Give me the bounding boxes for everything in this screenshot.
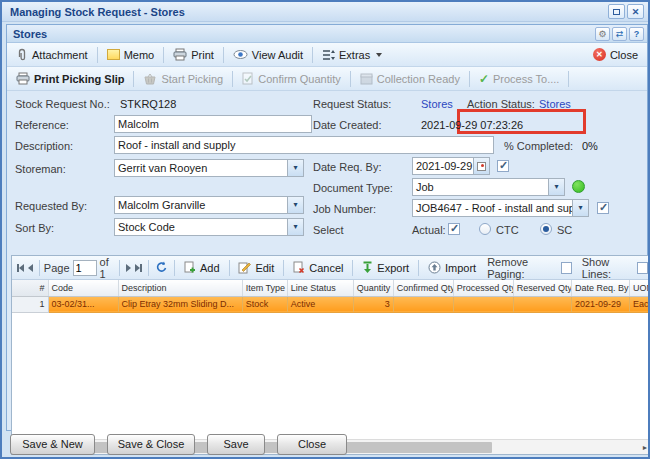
processed-qty-cell[interactable] xyxy=(453,296,513,312)
last-page-button[interactable] xyxy=(133,264,144,272)
storeman-label: Storeman: xyxy=(15,163,66,175)
sync-button[interactable]: ⇄ xyxy=(612,27,627,41)
next-page-button[interactable] xyxy=(124,264,133,272)
code-cell[interactable]: 03-02/31... xyxy=(48,296,118,312)
save-button[interactable]: Save xyxy=(207,434,265,455)
panel-title: Stores xyxy=(13,28,593,40)
show-lines-checkbox[interactable] xyxy=(637,262,648,274)
process-to-button[interactable]: ✓ Process To.... xyxy=(474,70,565,88)
save-and-close-button[interactable]: Save & Close xyxy=(107,434,195,455)
cancel-button[interactable]: Cancel xyxy=(288,259,348,276)
help-button[interactable]: ? xyxy=(629,27,644,41)
window-close-button[interactable]: ✕ xyxy=(627,4,644,19)
close-icon: ✕ xyxy=(632,7,640,17)
lines-table: # Code Description Item Type Line Status… xyxy=(12,280,650,313)
storeman-select[interactable]: Gerrit van Rooyen ▾ xyxy=(114,159,304,177)
actual-checkbox[interactable] xyxy=(448,223,460,235)
export-button[interactable]: Export xyxy=(357,259,414,276)
col-header-item-type[interactable]: Item Type xyxy=(242,280,287,296)
close-button[interactable]: ✕ Close xyxy=(588,46,643,63)
confirm-quantity-button[interactable]: Confirm Quantity xyxy=(237,70,346,87)
remove-paging-checkbox[interactable] xyxy=(561,262,572,274)
reserved-qty-cell[interactable] xyxy=(513,296,571,312)
box-icon xyxy=(360,73,373,85)
start-picking-button[interactable]: Start Picking xyxy=(138,71,228,87)
extras-button[interactable]: Extras xyxy=(317,47,387,63)
action-status-link[interactable]: Stores xyxy=(539,98,571,110)
col-header-code[interactable]: Code xyxy=(48,280,118,296)
window-titlebar[interactable]: Managing Stock Request - Stores ✕ xyxy=(2,2,648,22)
description-input[interactable] xyxy=(114,136,494,154)
request-status-value: Stores xyxy=(421,98,453,110)
prev-page-icon xyxy=(28,264,33,272)
calendar-icon[interactable] xyxy=(473,158,489,174)
chevron-down-icon[interactable]: ▾ xyxy=(287,160,303,176)
help-icon: ? xyxy=(634,29,640,39)
date-req-by-cell[interactable]: 2021-09-29 xyxy=(571,296,629,312)
printer-icon xyxy=(173,48,187,61)
ctc-label: CTC xyxy=(496,224,519,236)
date-req-by-input[interactable]: 2021-09-29 xyxy=(412,157,490,175)
sc-label: SC xyxy=(557,224,572,236)
attachment-button[interactable]: Attachment xyxy=(11,46,93,64)
show-lines-label: Show Lines: xyxy=(582,256,634,280)
chevron-down-icon[interactable]: ▾ xyxy=(572,200,588,216)
maximize-button[interactable] xyxy=(608,4,625,19)
close-button-footer[interactable]: Close xyxy=(277,434,347,455)
chevron-down-icon[interactable]: ▾ xyxy=(548,179,564,195)
import-button[interactable]: Import xyxy=(423,259,481,276)
description-label: Description: xyxy=(15,140,73,152)
confirmed-qty-cell[interactable] xyxy=(393,296,453,312)
requested-by-select[interactable]: Malcolm Granville ▾ xyxy=(114,196,304,214)
col-header-reserved-qty[interactable]: Reserved Qty xyxy=(513,280,571,296)
memo-button[interactable]: Memo xyxy=(102,47,160,63)
page-input[interactable] xyxy=(73,260,97,276)
first-page-button[interactable] xyxy=(15,264,26,272)
extras-list-icon xyxy=(322,49,335,61)
date-req-by-checkbox[interactable] xyxy=(497,160,509,172)
stores-panel: Stores ⚙ ⇄ ? Attachment Memo Print xyxy=(6,24,648,431)
grid-header-row: # Code Description Item Type Line Status… xyxy=(12,280,650,296)
collection-ready-button[interactable]: Collection Ready xyxy=(355,71,465,87)
quantity-cell[interactable]: 3 xyxy=(353,296,393,312)
prev-page-button[interactable] xyxy=(26,264,35,272)
col-header-processed-qty[interactable]: Processed Qty xyxy=(453,280,513,296)
select-label: Select xyxy=(313,224,344,236)
job-number-checkbox[interactable] xyxy=(597,202,609,214)
actual-label: Actual: xyxy=(412,224,446,236)
col-header-description[interactable]: Description xyxy=(118,280,242,296)
ctc-radio[interactable] xyxy=(479,223,491,235)
sort-by-label: Sort By: xyxy=(15,222,54,234)
line-status-cell[interactable]: Active xyxy=(287,296,353,312)
chevron-down-icon[interactable]: ▾ xyxy=(287,197,303,213)
job-number-label: Job Number: xyxy=(313,203,376,215)
view-audit-button[interactable]: View Audit xyxy=(228,47,308,63)
date-created-label: Date Created: xyxy=(313,119,381,131)
reference-input[interactable] xyxy=(114,115,312,133)
request-form: Stock Request No.: STKRQ128 Request Stat… xyxy=(7,92,647,254)
col-header-quantity[interactable]: Quantity xyxy=(353,280,393,296)
job-number-select[interactable]: JOB4647 - Roof - install and supply ▾ xyxy=(412,199,589,217)
uom-cell[interactable]: Each xyxy=(629,296,650,312)
print-picking-slip-button[interactable]: Print Picking Slip xyxy=(11,70,129,87)
sort-by-select[interactable]: Stock Code ▾ xyxy=(114,218,304,236)
chevron-down-icon[interactable]: ▾ xyxy=(287,219,303,235)
sc-radio[interactable] xyxy=(540,223,552,235)
col-header-line-status[interactable]: Line Status xyxy=(287,280,353,296)
item-type-cell[interactable]: Stock xyxy=(242,296,287,312)
col-header-uom[interactable]: UOM xyxy=(629,280,650,296)
edit-button[interactable]: Edit xyxy=(233,259,279,276)
settings-button[interactable]: ⚙ xyxy=(595,27,610,41)
col-header-date-req-by[interactable]: Date Req. By xyxy=(571,280,629,296)
print-button[interactable]: Print xyxy=(168,46,219,63)
save-and-new-button[interactable]: Save & New xyxy=(10,434,95,455)
remove-paging-label: Remove Paging: xyxy=(487,256,557,280)
description-cell[interactable]: Clip Etray 32mm Sliding D... xyxy=(118,296,242,312)
document-type-select[interactable]: Job ▾ xyxy=(412,178,565,196)
add-button[interactable]: Add xyxy=(179,259,225,276)
col-header-confirmed-qty[interactable]: Confirmed Qty xyxy=(393,280,453,296)
col-header-num[interactable]: # xyxy=(12,280,48,296)
table-row-selected[interactable]: 1 03-02/31... Clip Etray 32mm Sliding D.… xyxy=(12,296,650,312)
next-page-icon xyxy=(126,264,131,272)
refresh-button[interactable] xyxy=(153,261,170,274)
